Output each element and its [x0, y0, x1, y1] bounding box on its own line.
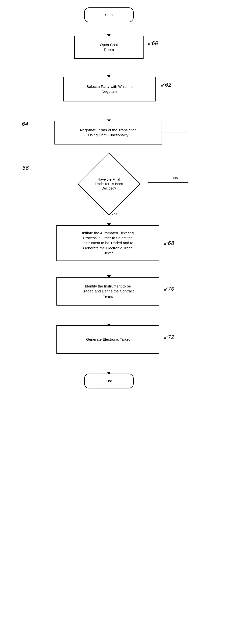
- generate-ticket-label: Generate Electronic Ticket: [86, 337, 130, 342]
- flowchart: No Yes Start Open ChatRoom ↙60 Select a …: [0, 0, 246, 644]
- generate-ticket-shape: Generate Electronic Ticket: [56, 325, 160, 354]
- negotiate-terms-label: Negotiate Terms of the TranslationUsing …: [80, 128, 136, 138]
- decision-label: Have the FinalTrade Terms BeenDecided?: [92, 177, 126, 191]
- start-label: Start: [105, 12, 113, 17]
- negotiate-terms-shape: Negotiate Terms of the TranslationUsing …: [54, 121, 162, 144]
- open-chat-shape: Open ChatRoom: [74, 36, 144, 59]
- end-shape: End: [84, 374, 134, 388]
- select-party-label: Select a Party with Which toNegotiate: [86, 84, 133, 94]
- annotation-66: 66: [22, 165, 29, 172]
- identify-instrument-label: Identify the Instrument to beTraded and …: [82, 284, 134, 299]
- decision-shape: Have the FinalTrade Terms BeenDecided?: [69, 160, 148, 207]
- select-party-shape: Select a Party with Which toNegotiate: [63, 77, 156, 102]
- start-shape: Start: [84, 8, 134, 22]
- annotation-68: ↙68: [163, 240, 174, 247]
- annotation-64: 64: [22, 121, 28, 128]
- identify-instrument-shape: Identify the Instrument to beTraded and …: [56, 277, 160, 306]
- svg-text:Yes: Yes: [111, 212, 117, 216]
- open-chat-label: Open ChatRoom: [100, 42, 118, 52]
- annotation-62: ↙62: [160, 82, 171, 88]
- annotation-60: ↙60: [147, 40, 158, 47]
- svg-text:No: No: [173, 176, 178, 180]
- initiate-ticketing-shape: Initiate the Automated TicketingProcess …: [56, 225, 160, 261]
- annotation-70: ↙70: [163, 286, 174, 292]
- annotation-72: ↙72: [163, 334, 174, 341]
- end-label: End: [106, 378, 112, 384]
- initiate-ticketing-label: Initiate the Automated TicketingProcess …: [82, 230, 134, 256]
